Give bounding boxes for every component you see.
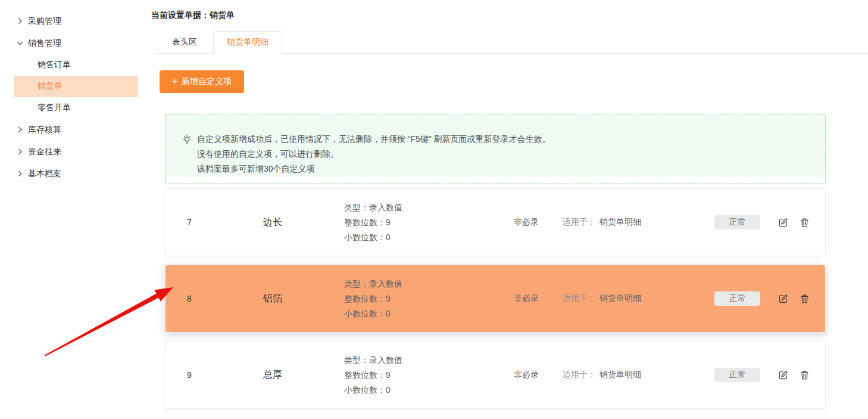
detail-value: 9	[386, 370, 391, 380]
tip-panel: 自定义项新增成功后，已使用情况下，无法删除，并须按 “F5键” 刷新页面或重新登…	[165, 114, 826, 184]
applies-to-label: 适用于：	[563, 370, 596, 379]
add-custom-field-label: 新增自定义项	[182, 76, 232, 87]
sidebar-item-inventory-accounting[interactable]: 库存核算	[0, 119, 149, 141]
add-custom-field-button[interactable]: + 新增自定义项	[160, 70, 244, 93]
detail-label: 类型：	[344, 355, 369, 365]
detail-label: 类型：	[344, 279, 369, 288]
applies-to: 适用于：销货单明细	[563, 293, 685, 304]
detail-value: 录入数值	[369, 279, 402, 288]
delete-icon[interactable]	[800, 218, 810, 228]
edit-icon[interactable]	[778, 218, 788, 228]
tab-label: 销货单明细	[227, 37, 268, 48]
tip-line-3: 该档案最多可新增30个自定义项	[182, 162, 813, 176]
required-flag: 非必录	[514, 217, 561, 228]
applies-to-value: 销货单明细	[600, 217, 641, 226]
chevron-right-icon	[16, 170, 24, 178]
sidebar-item-sales-order[interactable]: 销售订单	[14, 54, 138, 76]
status-badge: 正常	[714, 215, 760, 229]
detail-value: 9	[386, 218, 391, 227]
tip-line-2: 没有使用的自定义项，可以进行删除。	[182, 147, 813, 162]
status-badge: 正常	[714, 368, 760, 382]
sidebar-item-label: 销售管理	[28, 38, 61, 49]
detail-value: 录入数值	[369, 203, 402, 212]
sidebar-item-sales-mgmt[interactable]: 销售管理	[0, 32, 149, 54]
applies-to-value: 销货单明细	[600, 293, 641, 303]
detail-value: 0	[386, 309, 391, 318]
detail-label: 整数位数：	[344, 218, 386, 227]
sidebar-item-label: 采购管理	[28, 16, 61, 27]
detail-label: 小数位数：	[344, 309, 386, 318]
chevron-right-icon	[16, 17, 24, 25]
tab-sales-delivery-detail[interactable]: 销货单明细	[213, 31, 282, 54]
row-index: 9	[180, 370, 198, 380]
required-flag: 非必录	[514, 293, 561, 304]
chevron-right-icon	[16, 126, 24, 134]
custom-field-list: 7 边长 类型：录入数值 整数位数：9 小数位数：0 非必录 适用于：销货单明细…	[165, 188, 826, 409]
field-details: 类型：录入数值 整数位数：9 小数位数：0	[344, 277, 511, 321]
required-flag: 非必录	[514, 370, 561, 380]
sidebar-subitem-label: 销货单	[38, 81, 63, 92]
status-badge: 正常	[714, 291, 760, 306]
applies-to-label: 适用于：	[563, 217, 596, 226]
detail-label: 整数位数：	[344, 370, 386, 380]
sidebar: 采购管理 销售管理 销售订单 销货单 零售开单 库存核算 资金往来 基本档案	[0, 0, 149, 185]
detail-label: 整数位数：	[344, 294, 386, 303]
field-name: 边长	[246, 216, 299, 229]
sidebar-item-purchase-mgmt[interactable]: 采购管理	[0, 10, 149, 32]
page-title-label: 当前设置单据：	[151, 10, 210, 20]
detail-label: 类型：	[344, 203, 369, 212]
applies-to: 适用于：销货单明细	[563, 370, 685, 380]
detail-label: 小数位数：	[344, 232, 386, 242]
applies-to: 适用于：销货单明细	[563, 217, 685, 228]
main-content: 当前设置单据：销货单 表头区 销货单明细 + 新增自定义项 自定义项新增成功后，	[151, 0, 868, 417]
sidebar-item-basic-archives[interactable]: 基本档案	[0, 163, 149, 185]
edit-icon[interactable]	[778, 294, 788, 304]
custom-field-row-8[interactable]: 8 铝箔 类型：录入数值 整数位数：9 小数位数：0 非必录 适用于：销货单明细…	[165, 265, 826, 333]
tab-label: 表头区	[172, 37, 197, 48]
field-name: 铝箔	[246, 293, 299, 305]
delete-icon[interactable]	[800, 370, 810, 380]
applies-to-label: 适用于：	[563, 293, 596, 303]
applies-to-value: 销货单明细	[600, 370, 641, 379]
field-details: 类型：录入数值 整数位数：9 小数位数：0	[344, 353, 511, 398]
sidebar-item-sales-delivery[interactable]: 销货单	[14, 76, 138, 97]
row-index: 8	[180, 294, 198, 303]
chevron-down-icon	[16, 39, 24, 47]
lightbulb-icon	[182, 134, 192, 145]
detail-value: 录入数值	[369, 355, 402, 365]
sidebar-subitem-label: 零售开单	[38, 103, 71, 113]
edit-icon[interactable]	[778, 370, 788, 380]
sidebar-item-funds[interactable]: 资金往来	[0, 141, 149, 163]
tip-line-1: 自定义项新增成功后，已使用情况下，无法删除，并须按 “F5键” 刷新页面或重新登…	[197, 132, 550, 147]
detail-label: 小数位数：	[344, 385, 386, 395]
detail-value: 0	[386, 232, 391, 242]
field-details: 类型：录入数值 整数位数：9 小数位数：0	[344, 200, 511, 245]
sidebar-item-label: 基本档案	[28, 169, 61, 179]
page-title-value: 销货单	[210, 10, 235, 20]
detail-value: 0	[386, 385, 391, 395]
delete-icon[interactable]	[800, 294, 810, 304]
sidebar-item-label: 库存核算	[28, 125, 61, 135]
sidebar-item-retail-billing[interactable]: 零售开单	[14, 97, 138, 119]
plus-icon: +	[172, 77, 177, 86]
chevron-right-icon	[16, 148, 24, 156]
sidebar-subitem-label: 销售订单	[38, 60, 71, 70]
detail-value: 9	[386, 294, 391, 303]
tab-bar: 表头区 销货单明细	[156, 31, 868, 54]
row-index: 7	[180, 218, 198, 227]
custom-field-row-9[interactable]: 9 总厚 类型：录入数值 整数位数：9 小数位数：0 非必录 适用于：销货单明细…	[165, 341, 826, 409]
page-title: 当前设置单据：销货单	[151, 0, 868, 21]
sidebar-item-label: 资金往来	[28, 147, 61, 157]
tab-header-area[interactable]: 表头区	[156, 31, 213, 53]
custom-field-row-7[interactable]: 7 边长 类型：录入数值 整数位数：9 小数位数：0 非必录 适用于：销货单明细…	[165, 188, 826, 256]
field-name: 总厚	[246, 369, 299, 381]
